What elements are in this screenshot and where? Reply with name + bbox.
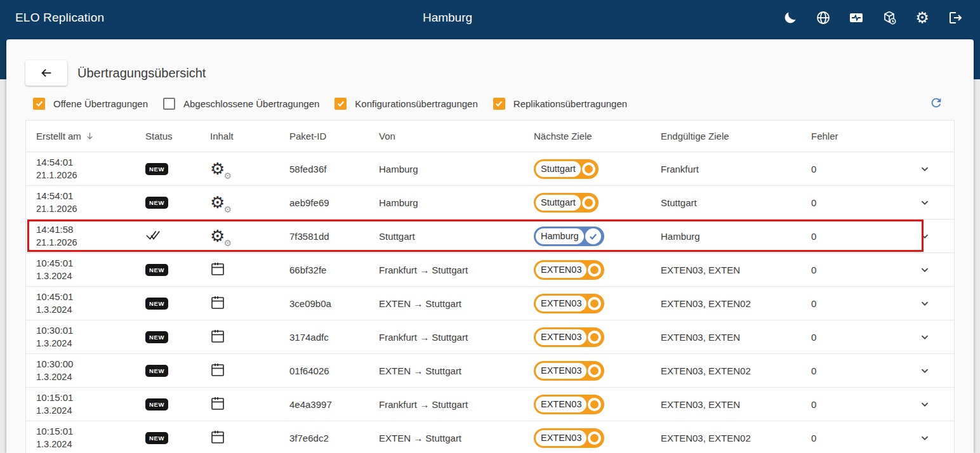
cell-content: ⚙︎⚙︎ (210, 329, 289, 346)
next-target-chip[interactable]: EXTEN03 (534, 294, 604, 313)
language-globe-icon[interactable] (815, 10, 831, 26)
cell-status: NEW (145, 364, 210, 378)
cell-final-targets: Hamburg (661, 231, 811, 242)
cell-errors: 0 (811, 365, 896, 376)
table-header-row: Erstellt am Status Inhalt Paket-ID Von N… (26, 121, 954, 152)
cell-created: 10:45:01 1.3.2024 (36, 290, 145, 317)
refresh-button[interactable] (929, 96, 944, 111)
filter-checkbox[interactable]: Abgeschlossene Übertragungen (163, 98, 319, 110)
expand-chevron-icon[interactable] (918, 431, 932, 445)
cell-content: ⚙︎⚙︎ (210, 226, 289, 246)
table-row[interactable]: 10:30:01 1.3.2024 NEW ⚙︎⚙︎ 3174adfc Fran… (26, 320, 954, 354)
cell-created: 14:54:01 21.1.2026 (36, 155, 145, 182)
next-target-chip[interactable]: EXTEN03 (534, 260, 604, 280)
column-from[interactable]: Von (379, 131, 534, 141)
package-pending-icon[interactable] (881, 10, 897, 26)
table-row[interactable]: 10:45:01 1.3.2024 NEW ⚙︎⚙︎ 3ce09b0a EXTE… (26, 287, 954, 320)
expand-chevron-icon[interactable] (918, 296, 932, 310)
filter-bar: Offene Übertragungen Abgeschlossene Über… (6, 86, 974, 119)
cell-errors: 0 (811, 298, 896, 309)
target-state-icon (582, 162, 595, 176)
cell-content: ⚙︎⚙︎ (210, 261, 289, 279)
expand-chevron-icon[interactable] (918, 162, 932, 176)
created-time: 14:54:01 (36, 155, 145, 169)
cell-packet-id: aeb9fe69 (289, 197, 379, 208)
next-target-chip[interactable]: EXTEN03 (534, 361, 604, 381)
calendar-icon (210, 396, 225, 411)
created-date: 1.3.2024 (36, 303, 145, 317)
table-row[interactable]: 14:54:01 21.1.2026 NEW ⚙︎⚙︎ 58fed36f Ham… (26, 152, 954, 186)
cell-next-targets: EXTEN03 (534, 260, 661, 280)
next-target-chip[interactable]: Stuttgart (534, 193, 599, 213)
cell-expand (896, 296, 954, 310)
next-target-chip[interactable]: Hamburg (534, 226, 604, 246)
created-date: 21.1.2026 (36, 169, 145, 182)
system-health-icon[interactable] (848, 10, 864, 26)
column-errors[interactable]: Fehler (811, 131, 896, 141)
dark-mode-icon[interactable] (782, 10, 798, 26)
calendar-icon (210, 430, 225, 445)
cell-packet-id: 3174adfc (289, 332, 379, 343)
next-target-label: EXTEN03 (536, 397, 586, 412)
checkbox-icon[interactable] (33, 98, 45, 110)
checkbox-icon[interactable] (163, 98, 175, 110)
cell-errors: 0 (811, 265, 896, 275)
column-created-label: Erstellt am (36, 131, 81, 141)
app-title: ELO Replication (15, 11, 104, 25)
cell-expand (896, 330, 954, 344)
calendar-icon (210, 261, 225, 277)
cell-packet-id: 58fed36f (289, 164, 379, 174)
checkbox-icon[interactable] (334, 98, 347, 110)
next-target-chip[interactable]: Stuttgart (534, 159, 599, 179)
cell-expand (896, 431, 954, 445)
status-new-badge: NEW (145, 365, 168, 378)
next-target-chip[interactable]: EXTEN03 (534, 327, 604, 347)
table-row[interactable]: 10:15:01 1.3.2024 NEW ⚙︎⚙︎ 4e4a3997 Fran… (26, 388, 954, 421)
cell-next-targets: EXTEN03 (534, 428, 661, 448)
status-new-badge: NEW (145, 298, 168, 310)
status-new-badge: NEW (145, 432, 168, 445)
column-packet-id[interactable]: Paket-ID (289, 131, 379, 141)
filter-checkbox[interactable]: Konfigurationsübertragungen (334, 98, 477, 110)
expand-chevron-icon[interactable] (918, 364, 932, 378)
cell-created: 10:30:01 1.3.2024 (36, 324, 145, 350)
filter-checkbox[interactable]: Replikationsübertragungen (493, 98, 627, 110)
cell-from: Frankfurt → Stuttgart (379, 399, 534, 410)
table-row[interactable]: 10:15:01 1.3.2024 NEW ⚙︎⚙︎ 3f7e6dc2 EXTE… (26, 421, 954, 453)
created-time: 10:30:01 (36, 324, 145, 337)
column-status[interactable]: Status (145, 131, 210, 141)
cell-errors: 0 (811, 332, 896, 343)
checkbox-icon[interactable] (493, 98, 505, 110)
column-created[interactable]: Erstellt am (36, 131, 145, 141)
column-final-targets[interactable]: Endgültige Ziele (661, 131, 811, 141)
filter-label: Konfigurationsübertragungen (355, 98, 477, 109)
next-target-label: EXTEN03 (536, 329, 586, 345)
logout-icon[interactable] (947, 10, 963, 26)
column-next-targets[interactable]: Nächste Ziele (534, 131, 661, 141)
content-card: Übertragungsübersicht Offene Übertragung… (6, 39, 974, 453)
settings-gear-icon[interactable]: ⚙︎ (914, 10, 930, 26)
expand-chevron-icon[interactable] (918, 195, 932, 209)
table-row[interactable]: 10:30:00 1.3.2024 NEW ⚙︎⚙︎ 01f64026 EXTE… (26, 354, 954, 388)
cell-content: ⚙︎⚙︎ (210, 295, 289, 312)
cell-final-targets: EXTEN03, EXTEN02 (661, 365, 811, 376)
next-target-chip[interactable]: EXTEN03 (534, 395, 604, 414)
cell-expand (896, 162, 954, 176)
status-new-badge: NEW (145, 264, 168, 277)
column-content[interactable]: Inhalt (210, 131, 289, 141)
config-gears-icon: ⚙︎⚙︎ (210, 159, 230, 179)
expand-chevron-icon[interactable] (918, 263, 932, 277)
table-row[interactable]: 10:45:01 1.3.2024 NEW ⚙︎⚙︎ 66bf32fe Fran… (26, 253, 954, 287)
filter-checkbox[interactable]: Offene Übertragungen (33, 98, 148, 110)
expand-chevron-icon[interactable] (918, 330, 932, 344)
cell-next-targets: EXTEN03 (534, 294, 661, 313)
table-row[interactable]: 14:54:01 21.1.2026 NEW ⚙︎⚙︎ aeb9fe69 Ham… (26, 186, 954, 220)
table-row[interactable]: 14:41:58 21.1.2026 ⚙︎⚙︎ 7f3581dd Stuttga… (26, 220, 954, 253)
expand-chevron-icon[interactable] (918, 229, 932, 243)
calendar-icon (210, 295, 225, 310)
status-new-badge: NEW (145, 398, 168, 411)
status-new-badge: NEW (145, 197, 168, 209)
expand-chevron-icon[interactable] (918, 397, 932, 411)
next-target-chip[interactable]: EXTEN03 (534, 428, 604, 448)
back-button[interactable] (25, 60, 67, 86)
